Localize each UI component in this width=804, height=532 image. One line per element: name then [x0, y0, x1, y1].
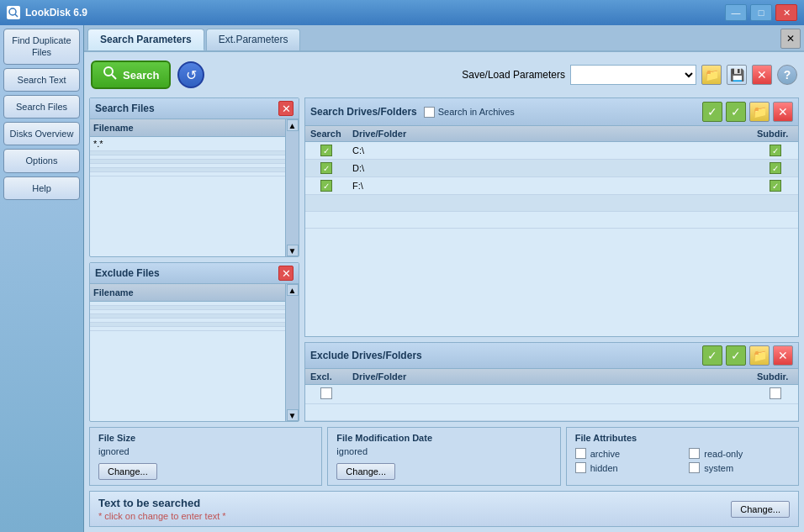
attr-system-check[interactable] [689, 462, 700, 473]
drives-row-drive: F:\ [347, 177, 752, 195]
drives-row-subdir[interactable]: ✓ [770, 145, 781, 156]
svg-point-0 [9, 8, 16, 15]
attr-archive-check[interactable] [575, 448, 586, 459]
drives-row-subdir[interactable]: ✓ [770, 180, 781, 192]
exclude-drives-table: Excl. Drive/Folder Subdir. [305, 369, 798, 421]
exclude-files-scrollbar[interactable]: ▲ ▼ [285, 284, 299, 421]
drives-check-all[interactable]: ✓ [702, 102, 722, 122]
excl-scroll-up-btn[interactable]: ▲ [287, 284, 299, 296]
text-search-bar: Text to be searched * click on change to… [89, 491, 799, 527]
search-button[interactable]: Search [91, 61, 171, 89]
file-date-value: ignored [336, 446, 551, 456]
app-icon [7, 6, 20, 19]
save-load-select[interactable] [570, 65, 696, 85]
drives-row-subdir[interactable]: ✓ [770, 162, 781, 174]
attr-hidden: hidden [575, 462, 676, 473]
search-icon [103, 66, 118, 84]
sidebar-item-find-duplicate[interactable]: Find DuplicateFiles [3, 29, 80, 65]
help-icon[interactable]: ? [777, 65, 797, 85]
drives-table: Search Drive/Folder Subdir. ✓ C:\ ✓ [305, 126, 798, 229]
sidebar-item-search-text[interactable]: Search Text [3, 68, 80, 92]
file-size-change-btn[interactable]: Change... [98, 463, 157, 480]
attr-readonly: read-only [689, 448, 790, 459]
app-title: LookDisk 6.9 [25, 7, 87, 18]
excl-check-icon[interactable]: ✓ [726, 345, 746, 366]
file-attrs-title: File Attributes [575, 433, 790, 443]
drives-folder-icon[interactable]: 📁 [749, 102, 770, 122]
file-date-panel: File Modification Date ignored Change... [327, 427, 560, 486]
excl-delete-icon[interactable]: ✕ [773, 345, 793, 366]
exclude-files-row[interactable] [90, 327, 285, 331]
sidebar-item-help[interactable]: Help [3, 176, 80, 200]
sidebar-item-disks-overview[interactable]: Disks Overview [3, 122, 80, 145]
drives-row-drive: C:\ [347, 142, 752, 160]
text-search-hint: * click on change to enter text * [98, 511, 226, 521]
excl-check-all[interactable]: ✓ [702, 345, 722, 366]
archive-check-label: Search in Archives [424, 107, 515, 118]
title-bar: LookDisk 6.9 — □ ✕ [0, 0, 804, 25]
file-size-title: File Size [98, 433, 313, 443]
maximize-button[interactable]: □ [750, 4, 772, 21]
bottom-info-row: File Size ignored Change... File Modific… [89, 427, 799, 486]
file-size-value: ignored [98, 446, 313, 456]
delete-params-icon[interactable]: ✕ [752, 65, 772, 85]
search-drives-header: Search Drives/Folders Search in Archives… [305, 98, 798, 126]
drives-row: ✓ D:\ ✓ [305, 160, 798, 177]
drives-col-drive: Drive/Folder [347, 126, 752, 142]
drives-row: ✓ F:\ ✓ [305, 177, 798, 195]
search-files-panel: Search Files ✕ Filename *.* [89, 97, 299, 257]
excl-row-subdir[interactable] [770, 387, 781, 399]
exclude-files-column-header: Filename [90, 284, 285, 302]
drives-row-check[interactable]: ✓ [320, 180, 332, 192]
text-search-change-btn[interactable]: Change... [731, 501, 790, 518]
search-files-scrollbar[interactable]: ▲ ▼ [285, 119, 299, 256]
drives-row-check[interactable]: ✓ [320, 145, 332, 156]
sidebar-item-search-files[interactable]: Search Files [3, 95, 80, 119]
file-size-panel: File Size ignored Change... [89, 427, 322, 486]
file-date-change-btn[interactable]: Change... [336, 463, 395, 480]
tab-ext-parameters[interactable]: Ext.Parameters [206, 29, 301, 50]
attr-readonly-check[interactable] [689, 448, 700, 459]
exclude-files-rows [90, 302, 285, 331]
search-files-rows: *.* [90, 137, 285, 176]
open-folder-icon[interactable]: 📁 [701, 65, 722, 85]
minimize-button[interactable]: — [725, 4, 747, 21]
sidebar-item-options[interactable]: Options [3, 149, 80, 172]
tab-content: Search ↺ Save/Load Parameters 📁 💾 ✕ ? [84, 50, 804, 532]
excl-row-empty [305, 404, 798, 421]
sidebar: Find DuplicateFiles Search Text Search F… [0, 25, 84, 532]
exclude-drives-header: Exclude Drives/Folders ✓ ✓ 📁 ✕ [305, 343, 798, 369]
drives-delete-icon[interactable]: ✕ [773, 102, 793, 122]
search-files-column-header: Filename [90, 119, 285, 137]
search-files-close[interactable]: ✕ [278, 101, 294, 116]
exclude-files-close[interactable]: ✕ [278, 266, 294, 281]
drives-row: ✓ C:\ ✓ [305, 142, 798, 160]
exclude-files-list: Filename [90, 284, 285, 421]
exclude-files-header: Exclude Files ✕ [90, 263, 299, 284]
close-button[interactable]: ✕ [775, 4, 797, 21]
save-icon[interactable]: 💾 [727, 65, 747, 85]
excl-scroll-down-btn[interactable]: ▼ [287, 409, 299, 421]
search-drives-panel: Search Drives/Folders Search in Archives… [304, 97, 799, 337]
scroll-up-btn[interactable]: ▲ [287, 119, 299, 131]
right-panel: Search Drives/Folders Search in Archives… [304, 97, 799, 422]
text-search-title: Text to be searched [98, 497, 226, 509]
search-files-list: Filename *.* [90, 119, 285, 256]
drives-row-empty [305, 195, 798, 212]
attr-hidden-check[interactable] [575, 462, 586, 473]
scroll-down-btn[interactable]: ▼ [287, 245, 299, 256]
drives-check-icon[interactable]: ✓ [726, 102, 746, 122]
excl-folder-icon[interactable]: 📁 [749, 345, 770, 366]
svg-line-1 [15, 14, 18, 17]
exclude-drives-panel: Exclude Drives/Folders ✓ ✓ 📁 ✕ [304, 342, 799, 422]
tab-search-parameters[interactable]: Search Parameters [87, 29, 204, 50]
tab-close-icon[interactable]: ✕ [780, 29, 801, 49]
archive-checkbox[interactable] [424, 107, 435, 118]
excl-row [305, 385, 798, 404]
excl-row-check[interactable] [320, 387, 332, 399]
drives-row-check[interactable]: ✓ [320, 162, 332, 174]
search-files-row[interactable] [90, 172, 285, 176]
file-date-title: File Modification Date [336, 433, 551, 443]
refresh-button[interactable]: ↺ [177, 61, 204, 88]
search-files-row[interactable]: *.* [90, 137, 285, 151]
